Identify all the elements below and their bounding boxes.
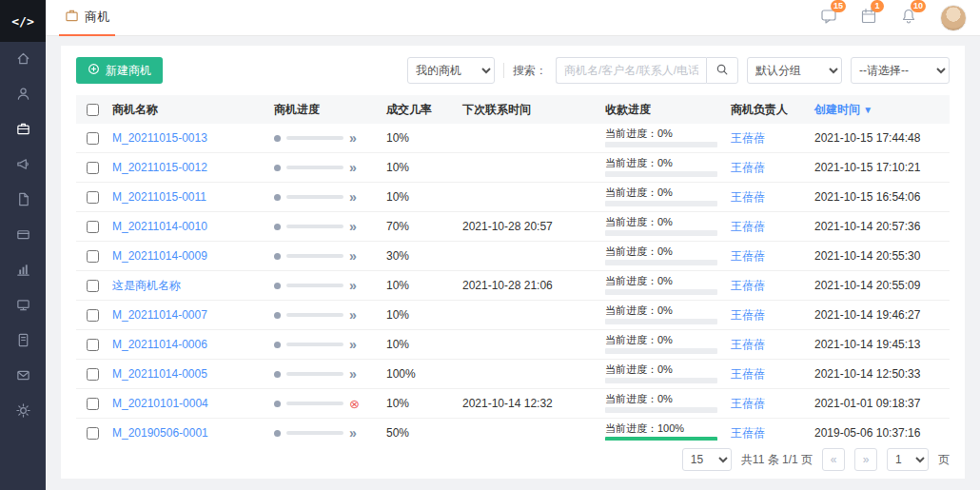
stage-progress: » [270,426,382,440]
tab-opportunities[interactable]: 商机 [59,0,115,36]
opportunity-name-link[interactable]: M_20210101-0004 [112,397,208,410]
row-checkbox[interactable] [87,368,99,381]
select-all-checkbox[interactable] [87,104,99,116]
owner-link[interactable]: 王蓓蓓 [731,161,765,174]
sidebar-item-customers[interactable] [0,77,46,112]
notifications-button[interactable]: 10 [900,8,917,28]
table-row[interactable]: M_20210101-0004 ⊗ 10% 2021-10-14 12:32 当… [76,389,950,419]
row-checkbox[interactable] [87,132,99,145]
row-checkbox[interactable] [87,398,99,410]
stage-end-icon: » [349,161,357,174]
page-number-select[interactable]: 1 [887,448,929,471]
messages-button[interactable]: 15 [820,8,837,28]
table-row[interactable]: M_20211014-0007 » 10% 当前进度：0% 王蓓蓓 2021-1… [76,301,950,330]
row-checkbox[interactable] [87,191,99,204]
row-checkbox[interactable] [87,280,99,292]
app-logo[interactable]: </> [0,0,46,42]
owner-link[interactable]: 王蓓蓓 [731,220,765,233]
payment-track [605,260,717,265]
opportunity-name-link[interactable]: M_20190506-0001 [112,426,208,440]
row-checkbox[interactable] [87,427,99,440]
owner-link[interactable]: 王蓓蓓 [731,279,765,292]
owner-link[interactable]: 王蓓蓓 [731,308,765,322]
row-checkbox[interactable] [87,250,99,263]
opportunity-name-link[interactable]: 这是商机名称 [112,279,181,292]
sidebar-item-mail[interactable] [0,359,46,394]
win-rate-value: 10% [382,131,459,145]
payment-track [605,348,717,354]
calendar-button[interactable]: 1 [860,8,877,28]
table-row[interactable]: M_20211014-0005 » 100% 当前进度：0% 王蓓蓓 2021-… [76,360,950,389]
list-toolbar: 新建商机 我的商机 搜索： [76,57,950,84]
payment-track [605,201,717,206]
owner-link[interactable]: 王蓓蓓 [731,397,765,410]
next-contact-value: 2021-10-28 20:57 [459,220,601,233]
created-time-value: 2021-10-15 16:54:06 [811,190,950,204]
sidebar-item-contracts[interactable] [0,183,46,218]
owner-link[interactable]: 王蓓蓓 [731,131,765,145]
opportunity-name-link[interactable]: M_20211015-0011 [112,190,206,204]
payment-progress: 当前进度：0% [601,246,727,265]
table-row[interactable]: 这是商机名称 » 10% 2021-10-28 21:06 当前进度：0% 王蓓… [76,271,950,301]
opportunity-name-link[interactable]: M_20211014-0005 [112,367,207,381]
table-row[interactable]: M_20211014-0009 » 30% 当前进度：0% 王蓓蓓 2021-1… [76,242,950,271]
owner-link[interactable]: 王蓓蓓 [731,367,765,381]
stage-end-icon: » [349,190,357,204]
toolbar-divider [503,63,504,78]
sidebar-item-reports[interactable] [0,253,46,288]
owner-link[interactable]: 王蓓蓓 [731,249,765,263]
owner-link[interactable]: 王蓓蓓 [731,338,765,351]
row-checkbox[interactable] [87,221,99,233]
owner-link[interactable]: 王蓓蓓 [731,190,765,204]
group-select[interactable]: 默认分组 [747,57,842,84]
opportunity-name-link[interactable]: M_20211015-0012 [112,161,207,174]
table-row[interactable]: M_20211014-0006 » 10% 当前进度：0% 王蓓蓓 2021-1… [76,330,950,360]
search-label: 搜索： [513,63,547,79]
row-checkbox[interactable] [87,339,99,351]
table-row[interactable]: M_20190506-0001 » 50% 当前进度：100% 王蓓蓓 2019… [76,419,950,441]
sidebar-item-payments[interactable] [0,218,46,253]
win-rate-value: 30% [382,249,459,263]
table-row[interactable]: M_20211015-0013 » 10% 当前进度：0% 王蓓蓓 2021-1… [76,124,950,153]
new-opportunity-button[interactable]: 新建商机 [76,57,163,84]
payment-progress: 当前进度：0% [601,276,727,295]
win-rate-value: 10% [382,308,459,322]
table-row[interactable]: M_20211015-0011 » 10% 当前进度：0% 王蓓蓓 2021-1… [76,183,950,212]
topbar-actions: 15 1 10 [820,5,967,31]
opportunity-name-link[interactable]: M_20211014-0007 [112,308,207,322]
home-icon [16,51,30,69]
stage-progress: » [270,220,382,233]
search-input[interactable] [556,57,706,84]
sidebar-item-settings[interactable] [0,394,46,429]
user-icon [16,87,30,104]
user-avatar[interactable] [940,5,967,31]
opportunity-name-link[interactable]: M_20211014-0009 [112,249,207,263]
next-page-button[interactable]: » [854,448,877,471]
stage-filter-select[interactable]: --请选择-- [851,57,950,84]
table-row[interactable]: M_20211014-0010 » 70% 2021-10-28 20:57 当… [76,212,950,242]
sidebar-item-workbench[interactable] [0,288,46,323]
sidebar-item-marketing[interactable] [0,147,46,183]
stage-progress: » [270,131,382,145]
search-button[interactable] [706,57,738,84]
table-row[interactable]: M_20211015-0012 » 10% 当前进度：0% 王蓓蓓 2021-1… [76,153,950,183]
prev-page-button[interactable]: « [822,448,845,471]
stage-track [286,195,343,199]
win-rate-value: 10% [382,190,459,204]
page-size-select[interactable]: 15 [682,448,732,471]
sidebar-item-contacts[interactable] [0,323,46,359]
stage-end-icon: » [349,279,357,292]
stage-start-dot [274,342,281,348]
sidebar-item-opportunities[interactable] [0,112,46,147]
scope-select[interactable]: 我的商机 [407,57,495,84]
win-rate-value: 10% [382,397,459,410]
opportunity-name-link[interactable]: M_20211014-0006 [112,338,207,351]
row-checkbox[interactable] [87,162,99,174]
header-created-sort[interactable]: 创建时间 ▼ [811,102,950,118]
sidebar-item-home[interactable] [0,42,46,77]
owner-link[interactable]: 王蓓蓓 [731,426,765,440]
opportunity-name-link[interactable]: M_20211015-0013 [112,131,207,145]
row-checkbox[interactable] [87,309,99,322]
stage-start-dot [274,224,281,230]
opportunity-name-link[interactable]: M_20211014-0010 [112,220,207,233]
